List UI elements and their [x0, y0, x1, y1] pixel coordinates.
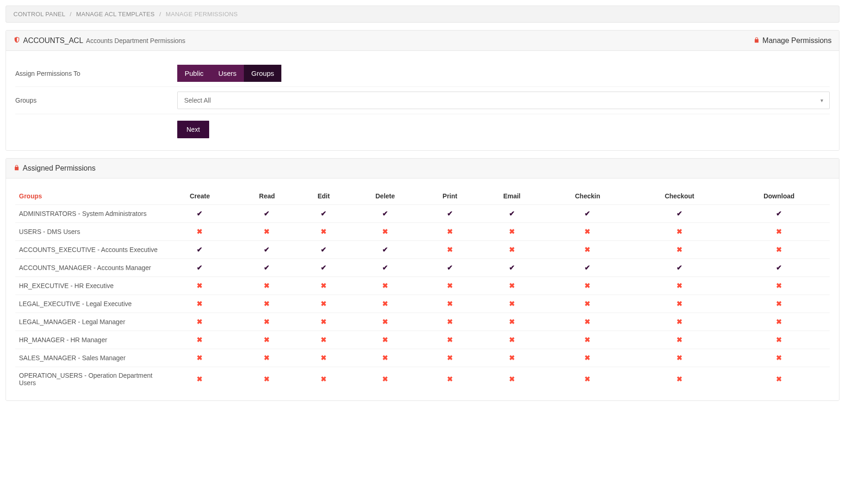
- check-icon: ✔: [264, 209, 270, 217]
- permission-cell: ✔: [350, 259, 421, 277]
- table-row: HR_EXECUTIVE - HR Executive✖✖✖✖✖✖✖✖✖: [15, 277, 830, 295]
- cross-icon: ✖: [509, 336, 515, 344]
- tab-public[interactable]: Public: [177, 65, 211, 82]
- permission-cell: ✔: [236, 259, 298, 277]
- permission-cell: ✖: [421, 295, 479, 313]
- assign-target-tabs: Public Users Groups: [177, 65, 830, 82]
- permission-cell: ✔: [350, 241, 421, 259]
- column-header-edit: Edit: [298, 188, 349, 205]
- check-icon: ✔: [509, 264, 515, 271]
- check-icon: ✔: [197, 209, 203, 217]
- column-header-read: Read: [236, 188, 298, 205]
- column-header-create: Create: [163, 188, 236, 205]
- permission-cell: ✖: [298, 295, 349, 313]
- cross-icon: ✖: [321, 282, 327, 289]
- cross-icon: ✖: [584, 318, 590, 326]
- column-header-download: Download: [728, 188, 830, 205]
- cross-icon: ✖: [677, 354, 683, 362]
- permission-cell: ✖: [350, 349, 421, 367]
- cross-icon: ✖: [321, 375, 327, 383]
- cross-icon: ✖: [584, 375, 590, 383]
- permission-cell: ✖: [545, 223, 631, 241]
- group-name-cell: ADMINISTRATORS - System Administrators: [15, 205, 163, 223]
- cross-icon: ✖: [584, 300, 590, 307]
- tab-users[interactable]: Users: [211, 65, 244, 82]
- permission-cell: ✖: [163, 223, 236, 241]
- check-icon: ✔: [264, 246, 270, 253]
- permission-cell: ✖: [631, 241, 728, 259]
- permission-cell: ✖: [479, 349, 545, 367]
- breadcrumb-item-manage-acl-templates[interactable]: MANAGE ACL TEMPLATES: [76, 11, 155, 18]
- groups-label: Groups: [15, 97, 177, 104]
- permission-cell: ✖: [421, 331, 479, 349]
- breadcrumb-item-control-panel[interactable]: CONTROL PANEL: [13, 11, 65, 18]
- breadcrumb: CONTROL PANEL / MANAGE ACL TEMPLATES / M…: [6, 6, 839, 23]
- permission-cell: ✖: [236, 277, 298, 295]
- check-icon: ✔: [321, 246, 327, 253]
- check-icon: ✔: [509, 209, 515, 217]
- permission-cell: ✖: [631, 277, 728, 295]
- permission-cell: ✖: [728, 223, 830, 241]
- cross-icon: ✖: [509, 227, 515, 235]
- cross-icon: ✖: [677, 375, 683, 383]
- cross-icon: ✖: [776, 318, 782, 326]
- permission-cell: ✔: [350, 205, 421, 223]
- group-name-cell: OPERATION_USERS - Operation Department U…: [15, 367, 163, 392]
- cross-icon: ✖: [382, 318, 388, 326]
- cross-icon: ✖: [677, 246, 683, 253]
- check-icon: ✔: [776, 264, 782, 271]
- cross-icon: ✖: [264, 282, 270, 289]
- assign-permissions-label: Assign Permissions To: [15, 70, 177, 77]
- groups-select[interactable]: Select All: [177, 92, 830, 109]
- check-icon: ✔: [197, 246, 203, 253]
- permission-cell: ✖: [545, 313, 631, 331]
- cross-icon: ✖: [509, 354, 515, 362]
- permission-cell: ✖: [163, 367, 236, 392]
- assigned-permissions-header: Assigned Permissions: [6, 159, 839, 178]
- cross-icon: ✖: [509, 318, 515, 326]
- check-icon: ✔: [677, 209, 683, 217]
- check-icon: ✔: [264, 264, 270, 271]
- cross-icon: ✖: [382, 227, 388, 235]
- check-icon: ✔: [382, 264, 388, 271]
- cross-icon: ✖: [264, 318, 270, 326]
- cross-icon: ✖: [776, 336, 782, 344]
- cross-icon: ✖: [776, 246, 782, 253]
- permission-cell: ✖: [728, 349, 830, 367]
- check-icon: ✔: [447, 209, 453, 217]
- cross-icon: ✖: [584, 354, 590, 362]
- cross-icon: ✖: [447, 375, 453, 383]
- permission-cell: ✖: [479, 367, 545, 392]
- tab-groups[interactable]: Groups: [244, 65, 281, 82]
- permission-cell: ✖: [350, 295, 421, 313]
- cross-icon: ✖: [677, 227, 683, 235]
- check-icon: ✔: [677, 264, 683, 271]
- permission-cell: ✖: [479, 241, 545, 259]
- permission-cell: ✖: [545, 241, 631, 259]
- permission-cell: ✔: [298, 259, 349, 277]
- assigned-permissions-panel: Assigned Permissions GroupsCreateReadEdi…: [6, 158, 839, 401]
- cross-icon: ✖: [776, 354, 782, 362]
- permission-cell: ✖: [163, 295, 236, 313]
- shield-icon: [13, 36, 20, 45]
- permission-cell: ✔: [236, 241, 298, 259]
- cross-icon: ✖: [264, 336, 270, 344]
- cross-icon: ✖: [382, 282, 388, 289]
- cross-icon: ✖: [382, 354, 388, 362]
- cross-icon: ✖: [776, 282, 782, 289]
- cross-icon: ✖: [321, 336, 327, 344]
- cross-icon: ✖: [321, 300, 327, 307]
- permission-cell: ✖: [350, 223, 421, 241]
- cross-icon: ✖: [197, 354, 203, 362]
- cross-icon: ✖: [509, 282, 515, 289]
- column-header-print: Print: [421, 188, 479, 205]
- permission-cell: ✖: [728, 277, 830, 295]
- cross-icon: ✖: [321, 227, 327, 235]
- cross-icon: ✖: [677, 300, 683, 307]
- permission-cell: ✔: [298, 241, 349, 259]
- permission-cell: ✔: [631, 205, 728, 223]
- next-button[interactable]: Next: [177, 121, 209, 138]
- permission-cell: ✖: [236, 367, 298, 392]
- group-name-cell: HR_EXECUTIVE - HR Executive: [15, 277, 163, 295]
- group-name-cell: USERS - DMS Users: [15, 223, 163, 241]
